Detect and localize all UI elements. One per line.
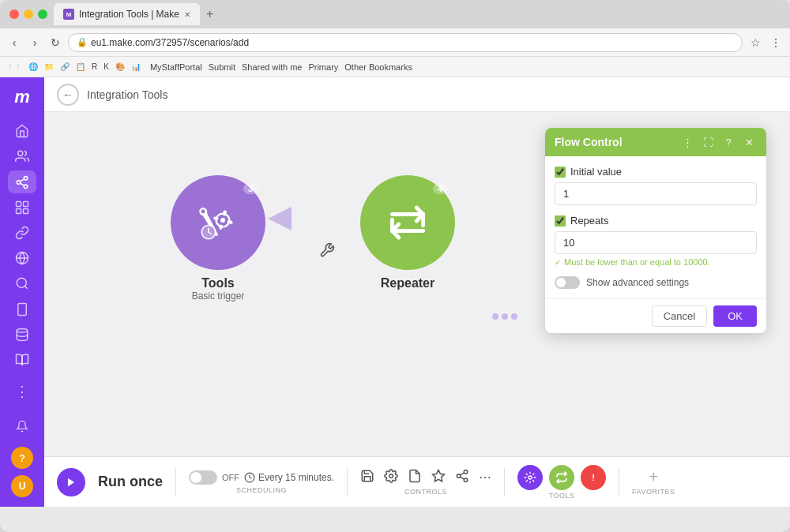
hint-text: Must be lower than or equal to 10000.: [564, 257, 710, 267]
run-once-label: Run once: [98, 474, 163, 490]
repeater-icon: [380, 195, 435, 250]
settings-control-icon[interactable]: [384, 469, 398, 486]
app-logo[interactable]: m: [14, 87, 30, 107]
sidebar-item-database[interactable]: [8, 324, 36, 346]
svg-point-12: [17, 279, 26, 288]
bookmark-submit[interactable]: Submit: [209, 62, 235, 72]
repeats-label: Repeats: [570, 215, 608, 227]
user-avatar[interactable]: U: [11, 475, 33, 497]
initial-value-checkbox[interactable]: [555, 167, 566, 178]
dialog-help-button[interactable]: ?: [720, 134, 736, 150]
scenario-canvas[interactable]: 3 Tools Basic trigger: [44, 112, 790, 456]
sidebar-item-phone[interactable]: [8, 298, 36, 320]
svg-point-1: [24, 176, 28, 180]
repeats-input[interactable]: 10: [555, 231, 757, 254]
repeater-node[interactable]: 4 Repeater: [360, 175, 455, 290]
svg-point-32: [381, 196, 434, 249]
maximize-button[interactable]: [38, 9, 47, 19]
tools-node-sublabel: Basic trigger: [192, 290, 245, 302]
bookmark-other[interactable]: Other Bookmarks: [344, 62, 412, 72]
sidebar-item-notifications[interactable]: [8, 412, 36, 440]
sidebar-item-search[interactable]: [8, 272, 36, 294]
svg-point-16: [17, 328, 28, 332]
cancel-button[interactable]: Cancel: [652, 305, 707, 327]
ok-button[interactable]: OK: [713, 305, 757, 327]
tools-add-button[interactable]: [517, 465, 543, 490]
repeater-node-circle[interactable]: 4: [360, 175, 455, 270]
repeater-node-badge: 4: [433, 183, 447, 194]
schedule-text: Every 15 minutes.: [244, 472, 334, 483]
svg-rect-9: [24, 208, 28, 213]
dialog-expand-button[interactable]: ⛶: [700, 134, 716, 150]
sidebar-item-home[interactable]: [8, 120, 36, 142]
divider-3: [504, 468, 505, 496]
svg-point-17: [195, 200, 241, 245]
forward-nav-button[interactable]: ›: [27, 35, 43, 51]
magic-control-icon[interactable]: [431, 469, 446, 486]
svg-rect-6: [17, 201, 21, 206]
sidebar-item-webhooks[interactable]: [8, 247, 36, 269]
dialog-more-button[interactable]: ⋮: [679, 134, 695, 150]
note-control-icon[interactable]: [408, 469, 422, 486]
sidebar: m: [0, 77, 44, 507]
active-tab[interactable]: M Integration Tools | Make ✕: [54, 3, 200, 25]
page-header: ← Integration Tools: [44, 77, 790, 112]
bookmark-mystaffportal[interactable]: MyStaffPortal: [150, 62, 202, 72]
help-button[interactable]: ?: [11, 447, 33, 469]
dialog-footer: Cancel OK: [545, 298, 766, 333]
minimize-button[interactable]: [24, 9, 33, 19]
share-control-icon[interactable]: [455, 469, 469, 486]
dialog-body: Initial value 1 Repeats 10: [545, 156, 766, 298]
reload-button[interactable]: ↻: [47, 35, 63, 51]
new-tab-button[interactable]: +: [206, 7, 213, 21]
nav-bar: ‹ › ↻ 🔒 eu1.make.com/372957/scenarios/ad…: [0, 28, 790, 57]
traffic-lights: [9, 9, 47, 19]
dialog-close-button[interactable]: ✕: [741, 134, 757, 150]
tools-node-label: Tools: [201, 276, 234, 290]
tools-node-badge: 3: [243, 183, 258, 194]
bookmark-shared[interactable]: Shared with me: [242, 62, 302, 72]
bookmarks-bar: ⋮⋮ 🌐 📁 🔗 📋 R K 🎨 📊 MyStaffPortal Submit …: [0, 57, 790, 77]
close-button[interactable]: [9, 9, 19, 19]
svg-point-0: [18, 152, 23, 156]
bookmark-button[interactable]: ☆: [747, 35, 763, 51]
toggle-off-label: OFF: [222, 473, 239, 482]
url-text: eu1.make.com/372957/scenarios/add: [91, 37, 249, 48]
repeats-checkbox[interactable]: [555, 215, 566, 227]
sidebar-item-team[interactable]: [8, 145, 36, 167]
more-control-icon[interactable]: ⋯: [479, 470, 491, 485]
repeater-node-label: Repeater: [381, 276, 434, 290]
dialog-title: Flow Control: [555, 136, 623, 148]
bookmark-primary[interactable]: Primary: [308, 62, 338, 72]
url-bar[interactable]: 🔒 eu1.make.com/372957/scenarios/add: [68, 33, 743, 52]
divider-1: [175, 468, 176, 496]
svg-point-41: [529, 476, 532, 479]
sidebar-item-more[interactable]: ⋮: [8, 377, 36, 406]
sidebar-item-apps[interactable]: [8, 197, 36, 219]
schedule-interval: Every 15 minutes.: [258, 472, 334, 483]
add-favorite-icon[interactable]: +: [649, 468, 658, 486]
tools-icon: [194, 199, 242, 246]
stop-add-button[interactable]: !: [581, 465, 606, 490]
extensions-button[interactable]: ⋮: [768, 35, 784, 51]
sidebar-item-connections[interactable]: [8, 222, 36, 244]
tab-close-icon[interactable]: ✕: [184, 10, 190, 19]
initial-value-input[interactable]: 1: [555, 182, 757, 205]
sidebar-item-scenarios[interactable]: [8, 170, 36, 193]
repeater-add-button[interactable]: [549, 465, 574, 490]
sidebar-item-book[interactable]: [8, 349, 36, 371]
advanced-toggle[interactable]: [555, 276, 580, 289]
back-nav-button[interactable]: ‹: [6, 35, 22, 51]
bottom-bar: Run once OFF Every 15 minutes.: [44, 456, 790, 507]
tools-node-circle[interactable]: 3: [171, 175, 265, 270]
scheduling-section: OFF Every 15 minutes. SCHEDULING: [189, 470, 334, 494]
run-once-button[interactable]: [57, 468, 85, 496]
advanced-settings-row: Show advanced settings: [555, 276, 757, 289]
tools-node[interactable]: 3 Tools Basic trigger: [171, 175, 265, 302]
scheduling-toggle[interactable]: [189, 470, 217, 485]
initial-value-row: Initial value 1: [555, 166, 757, 205]
advanced-label: Show advanced settings: [586, 277, 689, 288]
svg-rect-7: [24, 201, 28, 206]
back-button[interactable]: ←: [57, 84, 79, 106]
save-control-icon[interactable]: [360, 469, 374, 486]
